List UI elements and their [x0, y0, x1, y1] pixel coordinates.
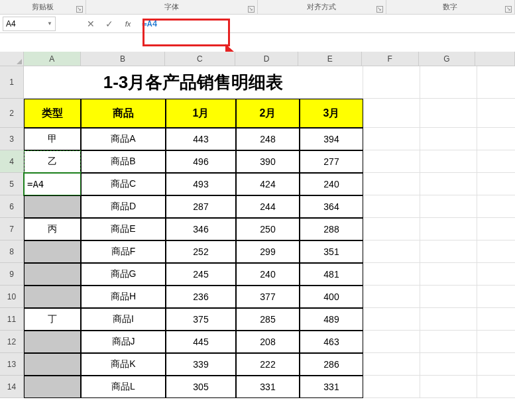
- cell-value[interactable]: 394: [300, 128, 363, 150]
- row-header[interactable]: 14: [0, 376, 24, 398]
- table-header[interactable]: 商品: [81, 99, 166, 128]
- cell[interactable]: [363, 286, 420, 308]
- cell[interactable]: [363, 99, 420, 128]
- cell-product[interactable]: 商品F: [81, 240, 166, 263]
- cell-type[interactable]: [24, 353, 81, 376]
- cell-value[interactable]: 252: [166, 240, 236, 263]
- dropdown-icon[interactable]: ▼: [47, 21, 52, 26]
- dialog-launcher-icon[interactable]: ↘: [76, 6, 83, 13]
- cell-value[interactable]: 424: [236, 173, 300, 195]
- cell-product[interactable]: 商品E: [81, 218, 166, 240]
- dialog-launcher-icon[interactable]: ↘: [248, 6, 255, 13]
- cell[interactable]: [420, 286, 477, 308]
- cell[interactable]: [477, 150, 515, 173]
- cell-type[interactable]: [24, 376, 81, 398]
- cell[interactable]: [477, 353, 515, 376]
- cell[interactable]: [477, 308, 515, 331]
- cell-product[interactable]: 商品D: [81, 195, 166, 218]
- cell-value[interactable]: 489: [300, 308, 363, 331]
- row-header[interactable]: 6: [0, 195, 24, 218]
- column-header[interactable]: [475, 52, 515, 66]
- cell-value[interactable]: 400: [300, 286, 363, 308]
- cell-value[interactable]: 463: [300, 331, 363, 353]
- cell-type[interactable]: [24, 286, 81, 308]
- sheet-title[interactable]: 1-3月各产品销售明细表: [24, 66, 363, 99]
- ribbon-group-alignment[interactable]: 对齐方式↘: [258, 0, 386, 14]
- column-header[interactable]: G: [419, 52, 476, 66]
- cell-type[interactable]: 丙: [24, 218, 81, 240]
- cell[interactable]: [363, 218, 420, 240]
- cell-value[interactable]: 493: [166, 173, 236, 195]
- cell[interactable]: [477, 173, 515, 195]
- cell-value[interactable]: 236: [166, 286, 236, 308]
- row-header[interactable]: 2: [0, 99, 24, 128]
- cell[interactable]: [363, 376, 420, 398]
- cell[interactable]: [420, 263, 477, 286]
- cell-value[interactable]: 245: [166, 263, 236, 286]
- ribbon-group-clipboard[interactable]: 剪贴板↘: [0, 0, 86, 14]
- cell-product[interactable]: 商品C: [81, 173, 166, 195]
- column-header[interactable]: B: [81, 52, 165, 66]
- spreadsheet[interactable]: ABCDEFG 1234567891011121314 1-3月各产品销售明细表…: [0, 52, 515, 420]
- cell[interactable]: [363, 195, 420, 218]
- cell[interactable]: [477, 331, 515, 353]
- cell-value[interactable]: 331: [236, 376, 300, 398]
- cell-type[interactable]: [24, 240, 81, 263]
- cell[interactable]: [420, 173, 477, 195]
- enter-button[interactable]: ✓: [102, 17, 117, 31]
- cell[interactable]: [420, 99, 477, 128]
- cell-type[interactable]: [24, 195, 81, 218]
- row-header[interactable]: 3: [0, 128, 24, 150]
- row-header[interactable]: 7: [0, 218, 24, 240]
- ribbon-group-font[interactable]: 字体↘: [86, 0, 258, 14]
- table-header[interactable]: 3月: [300, 99, 363, 128]
- row-header[interactable]: 12: [0, 331, 24, 353]
- cell-value[interactable]: 481: [300, 263, 363, 286]
- cell[interactable]: [420, 353, 477, 376]
- cell-value[interactable]: 286: [300, 353, 363, 376]
- cell[interactable]: [420, 376, 477, 398]
- table-header[interactable]: 类型: [24, 99, 81, 128]
- cell[interactable]: [363, 331, 420, 353]
- cell[interactable]: [477, 66, 515, 99]
- column-header[interactable]: A: [24, 52, 81, 66]
- cell[interactable]: [477, 286, 515, 308]
- cell[interactable]: [363, 150, 420, 173]
- cell[interactable]: [477, 376, 515, 398]
- column-header[interactable]: D: [235, 52, 299, 66]
- row-header[interactable]: 4: [0, 150, 24, 173]
- cell-product[interactable]: 商品I: [81, 308, 166, 331]
- cell-value[interactable]: 299: [236, 240, 300, 263]
- cell[interactable]: [363, 308, 420, 331]
- cell[interactable]: [420, 218, 477, 240]
- cell[interactable]: [363, 128, 420, 150]
- row-header[interactable]: 8: [0, 240, 24, 263]
- cell-value[interactable]: 244: [236, 195, 300, 218]
- column-headers[interactable]: ABCDEFG: [24, 52, 515, 66]
- cell-product[interactable]: 商品A: [81, 128, 166, 150]
- row-header[interactable]: 10: [0, 286, 24, 308]
- cell-value[interactable]: 346: [166, 218, 236, 240]
- cell[interactable]: [477, 240, 515, 263]
- cell-value[interactable]: 285: [236, 308, 300, 331]
- cell[interactable]: [477, 128, 515, 150]
- cell-value[interactable]: 222: [236, 353, 300, 376]
- cell-value[interactable]: 331: [300, 376, 363, 398]
- cell-product[interactable]: 商品L: [81, 376, 166, 398]
- row-headers[interactable]: 1234567891011121314: [0, 66, 24, 420]
- cell-value[interactable]: 375: [166, 308, 236, 331]
- select-all-button[interactable]: [0, 52, 24, 66]
- cell-value[interactable]: 445: [166, 331, 236, 353]
- cell-value[interactable]: 443: [166, 128, 236, 150]
- cell-value[interactable]: 240: [300, 173, 363, 195]
- cell[interactable]: [363, 353, 420, 376]
- table-header[interactable]: 2月: [236, 99, 300, 128]
- cell-product[interactable]: 商品H: [81, 286, 166, 308]
- cell[interactable]: [477, 195, 515, 218]
- cell[interactable]: [420, 195, 477, 218]
- cell[interactable]: [420, 150, 477, 173]
- column-header[interactable]: C: [165, 52, 235, 66]
- row-header[interactable]: 1: [0, 66, 24, 99]
- cell[interactable]: [420, 66, 477, 99]
- ribbon-group-number[interactable]: 数字↘: [386, 0, 515, 14]
